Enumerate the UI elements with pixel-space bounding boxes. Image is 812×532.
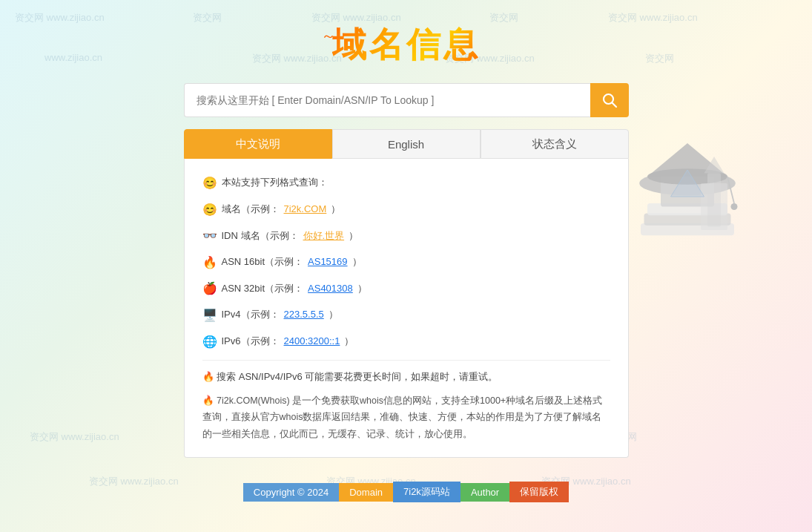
desc-text: 🔥 7i2k.COM(Whois) 是一个免费获取whois信息的网站，支持全球… xyxy=(202,393,610,443)
ipv6-icon: 🌐 xyxy=(202,332,217,352)
footer: Copyright © 2024 Domain 7i2k源码站 Author 保… xyxy=(243,482,569,502)
note-text: 🔥 搜索 ASN/IPv4/IPv6 可能需要花费更长时间，如果超时，请重试。 xyxy=(202,370,498,385)
domain-badge-label: Domain xyxy=(339,483,393,502)
title-icon: 😊 xyxy=(202,174,217,193)
domain-value-text: 7i2k源码站 xyxy=(403,486,450,497)
idn-label: IDN 域名（示例： xyxy=(222,229,299,244)
svg-rect-12 xyxy=(707,174,721,227)
idn-icon: 👓 xyxy=(202,226,217,246)
svg-marker-7 xyxy=(647,143,727,177)
search-button[interactable] xyxy=(590,83,629,117)
svg-point-8 xyxy=(647,168,727,185)
item-ipv4: 🖥️ IPv4（示例： 223.5.5.5 ） xyxy=(202,306,610,325)
divider xyxy=(202,360,610,361)
copyright-year: 2024 xyxy=(307,487,329,498)
domain-link[interactable]: 7i2k.COM xyxy=(284,202,327,217)
ipv4-label: IPv4（示例： xyxy=(222,307,280,323)
item-domain: 😊 域名（示例： 7i2k.COM ） xyxy=(202,200,610,220)
ipv6-suffix: ） xyxy=(344,334,354,349)
svg-marker-13 xyxy=(704,157,724,174)
illustration xyxy=(621,129,762,292)
title-line: 😊 本站支持下列格式查询： xyxy=(202,174,610,193)
asn16-icon: 🔥 xyxy=(202,253,217,272)
asn32-link[interactable]: AS401308 xyxy=(308,281,353,297)
svg-point-5 xyxy=(639,171,736,195)
author-badge-label: Author xyxy=(461,483,509,502)
ipv4-suffix: ） xyxy=(329,307,338,323)
ipv6-label: IPv6（示例： xyxy=(222,334,280,349)
tab-chinese[interactable]: 中文说明 xyxy=(184,129,332,159)
svg-line-9 xyxy=(727,177,734,203)
logo-area: 域名信息 xyxy=(332,22,481,68)
asn32-label: ASN 32bit（示例： xyxy=(222,281,304,297)
author-badge-text: Author xyxy=(471,487,499,498)
tab-bar: 中文说明 English 状态含义 xyxy=(184,129,629,159)
svg-line-1 xyxy=(612,103,616,108)
logo: 域名信息 xyxy=(332,22,481,68)
idn-link[interactable]: 你好.世界 xyxy=(303,229,345,244)
item-asn16: 🔥 ASN 16bit（示例： AS15169 ） xyxy=(202,253,610,272)
svg-point-10 xyxy=(730,203,737,210)
idn-suffix: ） xyxy=(349,229,358,244)
author-value-badge[interactable]: 保留版权 xyxy=(509,482,569,502)
note-line: 🔥 搜索 ASN/IPv4/IPv6 可能需要花费更长时间，如果超时，请重试。 xyxy=(202,370,610,385)
domain-suffix: ） xyxy=(331,202,340,217)
ipv4-icon: 🖥️ xyxy=(202,306,217,325)
ipv6-link[interactable]: 2400:3200::1 xyxy=(284,334,340,349)
title-text: 本站支持下列格式查询： xyxy=(222,175,328,191)
asn16-label: ASN 16bit（示例： xyxy=(222,254,304,270)
asn16-link[interactable]: AS15169 xyxy=(308,254,348,270)
svg-rect-2 xyxy=(641,223,734,235)
search-bar xyxy=(184,83,629,117)
svg-rect-6 xyxy=(661,170,714,207)
domain-badge-text: Domain xyxy=(349,487,383,498)
ipv4-link[interactable]: 223.5.5.5 xyxy=(284,307,324,323)
asn16-suffix: ） xyxy=(352,254,362,270)
content-panel: 😊 本站支持下列格式查询： 😊 域名（示例： 7i2k.COM ） 👓 IDN … xyxy=(184,159,629,458)
asn32-suffix: ） xyxy=(357,281,367,297)
item-ipv6: 🌐 IPv6（示例： 2400:3200::1 ） xyxy=(202,332,610,352)
search-icon xyxy=(601,92,618,108)
tab-english[interactable]: English xyxy=(332,129,481,159)
copyright-label: Copyright xyxy=(254,487,295,498)
main-container: 域名信息 中文说明 English 状态含义 xyxy=(0,0,812,502)
domain-icon: 😊 xyxy=(202,200,217,220)
copyright-symbol: © xyxy=(297,487,305,498)
copyright-badge: Copyright © 2024 xyxy=(243,483,339,502)
author-value-text: 保留版权 xyxy=(520,486,558,497)
svg-marker-14 xyxy=(670,170,704,197)
item-idn: 👓 IDN 域名（示例： 你好.世界 ） xyxy=(202,226,610,246)
search-input[interactable] xyxy=(184,83,590,117)
asn32-icon: 🍎 xyxy=(202,279,217,298)
logo-text: 域名信息 xyxy=(332,26,481,64)
svg-rect-3 xyxy=(644,214,730,226)
svg-rect-4 xyxy=(647,203,727,215)
domain-label: 域名（示例： xyxy=(222,202,280,217)
item-asn32: 🍎 ASN 32bit（示例： AS401308 ） xyxy=(202,279,610,298)
svg-rect-11 xyxy=(701,183,727,230)
domain-value-badge[interactable]: 7i2k源码站 xyxy=(393,482,461,502)
